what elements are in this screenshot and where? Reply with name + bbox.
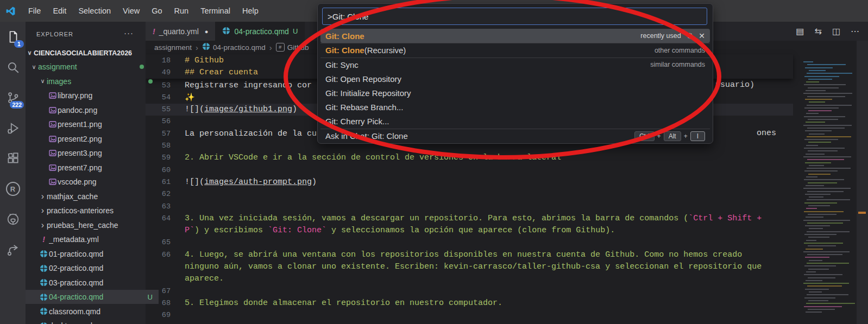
code-line[interactable]: ninguno aún, vamos a clonar uno existent…: [146, 261, 793, 273]
code-segment: ## Crear cuenta: [185, 68, 258, 77]
minimap-line: [804, 116, 845, 117]
palette-item-git-clone[interactable]: Git: Clone (Recursive)other commands: [320, 43, 710, 57]
tree-item-present1-png[interactable]: present1.png: [26, 117, 167, 131]
minimap-line: [804, 107, 839, 109]
palette-item-git-rebase-branch-[interactable]: Git: Rebase Branch...: [320, 100, 710, 115]
code-line[interactable]: 63: [146, 200, 793, 212]
modified-dot-icon[interactable]: ●: [205, 28, 209, 35]
menu-run[interactable]: Run: [168, 0, 195, 22]
tree-item--metadata-yml[interactable]: !_metadata.yml: [26, 232, 159, 246]
tree-item-pruebas-here-cache[interactable]: ›pruebas_here_cache: [26, 218, 159, 232]
tree-item-assignment[interactable]: ∨assignment: [26, 60, 150, 74]
code-line[interactable]: 60: [146, 164, 793, 176]
code-line[interactable]: 643. Una vez iniciada sesión, vamos a de…: [146, 212, 793, 224]
menu-view[interactable]: View: [117, 0, 146, 22]
minimap-line: [804, 170, 838, 171]
tree-item-classroom-qmd[interactable]: classroom.qmd: [26, 304, 159, 319]
code-line[interactable]: 69: [146, 309, 793, 321]
command-palette: Git: Clonerecently used⚙✕Git: Clone (Rec…: [317, 3, 713, 144]
minimap[interactable]: [802, 41, 857, 324]
tab-label: _quarto.yml: [159, 27, 199, 36]
run-debug-icon[interactable]: [0, 113, 26, 143]
code-line[interactable]: 592. Abrir VSCode e ir a la sección de c…: [146, 152, 793, 164]
code-line[interactable]: 664. Luego, se abrirá una ventana con lo…: [146, 249, 793, 261]
qmd-file-icon: [202, 42, 210, 52]
tree-item-vscode-png[interactable]: vscode.png: [26, 175, 167, 189]
github-icon[interactable]: [0, 204, 26, 234]
command-palette-input[interactable]: [322, 8, 707, 25]
tree-item-02-practico-qmd[interactable]: 02-practico.qmd: [26, 261, 159, 275]
tree-item-pandoc-png[interactable]: pandoc.png: [26, 103, 167, 117]
code-line[interactable]: aparece.: [146, 273, 793, 285]
source-control-icon[interactable]: 222: [0, 82, 26, 113]
tree-root-folder[interactable]: ∨ CIENCIASOCIALABIERTA2026: [26, 46, 146, 60]
gear-icon[interactable]: ⚙: [687, 31, 694, 40]
palette-item-git-initialize-repository[interactable]: Git: Initialize Repository: [320, 86, 710, 100]
menu-help[interactable]: Help: [236, 0, 265, 22]
minimap-line: [807, 136, 851, 137]
code-line[interactable]: P`) y escribimos `Git: Clone` y seleccio…: [146, 225, 793, 237]
minimap-line: [809, 134, 825, 135]
code-line[interactable]: 685. Elegimos donde almacenar el reposit…: [146, 297, 793, 309]
chevron-right-icon: ›: [39, 208, 47, 213]
more-icon[interactable]: ⋯: [851, 26, 859, 36]
code-segment: ninguno aún, vamos a clonar uno existent…: [185, 262, 762, 271]
search-icon[interactable]: [0, 52, 26, 82]
palette-item-git-sync[interactable]: Git: Syncsimilar commands: [320, 58, 710, 72]
qmd-file-icon: [39, 322, 49, 324]
minimap-line: [809, 165, 824, 166]
explorer-icon[interactable]: 1: [0, 22, 26, 52]
minimap-line: [805, 194, 831, 195]
tab--quarto-yml[interactable]: !_quarto.yml●: [146, 22, 215, 41]
vertical-scrollbar[interactable]: [857, 41, 868, 324]
tab-04-practico-qmd[interactable]: 04-practico.qmdU: [215, 22, 305, 41]
preview-icon[interactable]: ▤: [796, 26, 804, 36]
tree-item-desktop-qmd[interactable]: desktop.qmd: [26, 319, 159, 324]
tree-item-01-practico-qmd[interactable]: 01-practico.qmd: [26, 247, 159, 261]
tree-item-practicos-anteriores[interactable]: ›practicos-anteriores: [26, 204, 159, 218]
tree-item-present2-png[interactable]: present2.png: [26, 132, 167, 146]
tree-item-present3-png[interactable]: present3.png: [26, 146, 167, 160]
tree-item-present7-png[interactable]: present7.png: [26, 161, 167, 175]
tree-item-04-practico-qmd[interactable]: 04-practico.qmdU: [26, 290, 159, 304]
menu-go[interactable]: Go: [146, 0, 168, 22]
breadcrumb-item-1[interactable]: 04-practico.qmd: [202, 42, 266, 52]
remote-icon[interactable]: [0, 234, 26, 265]
tree-item-03-practico-qmd[interactable]: 03-practico.qmd: [26, 276, 159, 290]
menu-edit[interactable]: Edit: [47, 0, 72, 22]
yaml-file-icon: !: [153, 27, 155, 36]
image-path-link[interactable]: images/github1.png: [204, 105, 292, 114]
minimap-line: [807, 128, 845, 129]
tree-item-library-png[interactable]: library.png: [26, 88, 167, 103]
image-path-link[interactable]: images/auth-prompt.png: [204, 177, 312, 187]
tree-item-label: classroom.qmd: [49, 307, 100, 316]
close-icon[interactable]: ✕: [699, 31, 705, 40]
tree-item-mathjax-cache[interactable]: ›mathjax_cache: [26, 189, 159, 204]
breadcrumb-item-0[interactable]: assignment: [154, 43, 192, 52]
menu-file[interactable]: File: [22, 0, 47, 22]
image-file-icon: [47, 135, 58, 143]
code-line[interactable]: 67: [146, 285, 793, 297]
tree-item-label: mathjax_cache: [47, 192, 98, 201]
minimap-line: [806, 312, 822, 313]
breadcrumb-separator: ›: [196, 43, 198, 52]
breadcrumb-item-2[interactable]: #Github: [276, 43, 309, 52]
code-line[interactable]: 61![](images/auth-prompt.png): [146, 176, 793, 188]
code-line[interactable]: 62: [146, 188, 793, 200]
compare-icon[interactable]: ⇆: [814, 26, 821, 36]
minimap-line: [806, 145, 818, 146]
menu-terminal[interactable]: Terminal: [194, 0, 236, 22]
code-line[interactable]: 65: [146, 237, 793, 249]
palette-item-git-clone[interactable]: Git: Clonerecently used⚙✕: [320, 29, 710, 43]
palette-item-ask-in-chat-git-clone[interactable]: Ask in Chat: Git: CloneCtrl+Alt+I: [320, 129, 710, 143]
explorer-more-actions-icon[interactable]: ···: [124, 28, 134, 37]
palette-item-git-open-repository[interactable]: Git: Open Repository: [320, 72, 710, 86]
menu-selection[interactable]: Selection: [72, 0, 117, 22]
code-line-text: 5. Elegimos donde almacenar el repositor…: [185, 298, 502, 308]
palette-item-git-cherry-pick-[interactable]: Git: Cherry Pick...: [320, 115, 710, 129]
tree-item-images[interactable]: ∨images: [26, 74, 159, 88]
r-icon[interactable]: R: [0, 174, 26, 204]
split-icon[interactable]: ◫: [832, 26, 840, 36]
minimap-line: [803, 125, 852, 126]
extensions-icon[interactable]: [0, 143, 26, 174]
